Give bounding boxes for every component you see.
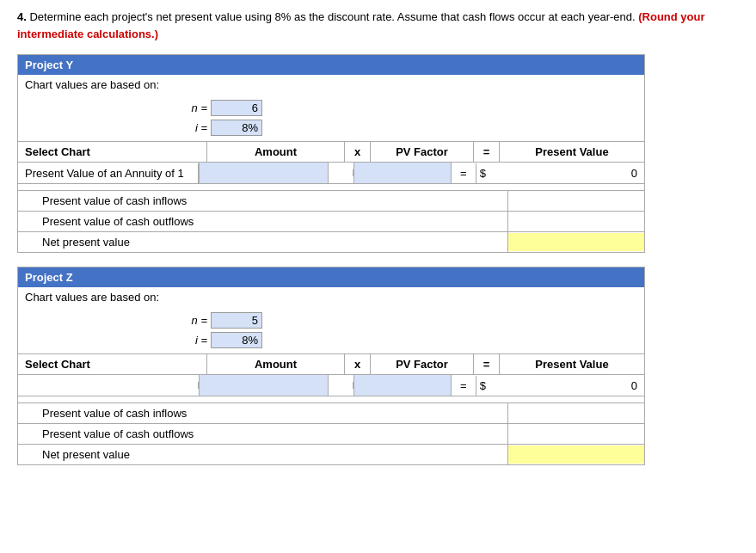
project-z-amount-cell	[199, 375, 329, 396]
project-z-spacer	[18, 396, 644, 402]
project-z-result-cell: $	[476, 378, 644, 393]
project-y-annuity-label: Present Value of an Annuity of 1	[18, 163, 199, 183]
project-z-n-row: n =	[173, 310, 644, 330]
project-z-n-input[interactable]	[211, 312, 262, 329]
project-z-col-eq-header: =	[474, 354, 500, 374]
project-z-col-select-header: Select Chart	[18, 354, 207, 374]
project-z-data-row: = $	[18, 374, 644, 396]
project-z-params: n = i =	[18, 307, 644, 353]
project-z-select-label	[18, 382, 199, 389]
project-z-result-input[interactable]	[489, 378, 641, 393]
project-z-pv-cell	[353, 375, 452, 396]
project-z-col-pv-factor-header: PV Factor	[371, 354, 474, 374]
project-y-net-pv-label: Net present value	[18, 232, 508, 252]
project-y-n-row: n =	[173, 98, 644, 118]
project-y-annuity-pv-cell	[353, 163, 452, 183]
project-z-cash-inflows-value	[508, 404, 644, 422]
project-y-col-pv-factor-header: PV Factor	[371, 142, 474, 162]
project-y-header: Project Y	[18, 55, 644, 75]
project-y-cash-inflows-label: Present value of cash inflows	[18, 191, 508, 211]
project-y-cash-outflows-row: Present value of cash outflows	[18, 211, 644, 231]
project-z-col-pv-header: Present Value	[500, 354, 644, 374]
project-z-i-label: i =	[173, 334, 207, 347]
project-z-cash-outflows-value	[508, 425, 644, 443]
project-z-i-row: i =	[173, 330, 644, 350]
project-y-chart-based: Chart values are based on:	[18, 75, 644, 95]
project-y-annuity-x	[329, 169, 353, 176]
question-body: Determine each project's net present val…	[29, 10, 638, 23]
project-z-cash-outflows-input[interactable]	[512, 427, 641, 441]
project-y-i-label: i =	[173, 121, 207, 134]
project-y-col-amount-header: Amount	[207, 142, 345, 162]
project-y-cash-inflows-row: Present value of cash inflows	[18, 190, 644, 211]
project-y-annuity-result-cell: $	[476, 166, 644, 181]
project-y-cash-outflows-value	[508, 212, 644, 230]
project-z-section: Project Z Chart values are based on: n =…	[17, 267, 645, 465]
project-y-annuity-amount-cell	[199, 163, 329, 183]
project-z-cash-outflows-label: Present value of cash outflows	[18, 424, 508, 444]
project-z-eq: =	[452, 376, 476, 396]
project-z-pv-input[interactable]	[353, 375, 451, 396]
project-z-col-amount-header: Amount	[207, 354, 345, 374]
project-z-i-input[interactable]	[211, 332, 262, 348]
project-z-col-x-header: x	[345, 354, 371, 374]
project-y-cash-inflows-value	[508, 192, 644, 210]
project-y-annuity-row: Present Value of an Annuity of 1 = $	[18, 162, 644, 183]
project-z-cash-inflows-input[interactable]	[512, 406, 641, 421]
project-y-n-input[interactable]	[211, 100, 262, 116]
project-z-x	[329, 382, 353, 389]
project-z-chart-based: Chart values are based on:	[18, 287, 644, 307]
project-y-col-x-header: x	[345, 142, 371, 162]
project-y-i-row: i =	[173, 118, 644, 138]
project-y-n-label: n =	[173, 101, 207, 114]
project-y-cash-outflows-input[interactable]	[512, 214, 641, 229]
project-y-net-pv-row: Net present value	[18, 231, 644, 252]
project-z-cash-outflows-row: Present value of cash outflows	[18, 423, 644, 444]
project-y-net-pv-input[interactable]	[512, 235, 641, 249]
project-z-net-pv-input[interactable]	[512, 447, 641, 462]
project-y-spacer	[18, 183, 644, 190]
project-y-cash-inflows-input[interactable]	[512, 194, 641, 208]
project-z-dollar: $	[480, 379, 486, 392]
project-y-annuity-dollar: $	[480, 167, 486, 180]
project-y-header-row: Select Chart Amount x PV Factor = Presen…	[18, 141, 644, 162]
project-y-col-pv-header: Present Value	[500, 142, 644, 162]
question-number: 4.	[17, 10, 27, 23]
project-y-net-pv-value	[508, 233, 644, 251]
project-y-cash-outflows-label: Present value of cash outflows	[18, 212, 508, 231]
project-z-header-row: Select Chart Amount x PV Factor = Presen…	[18, 353, 644, 374]
project-y-annuity-result-input[interactable]	[489, 166, 641, 181]
project-y-col-select-header: Select Chart	[18, 142, 207, 162]
project-z-n-label: n =	[173, 314, 207, 327]
project-z-cash-inflows-label: Present value of cash inflows	[18, 403, 508, 423]
project-z-header: Project Z	[18, 267, 644, 287]
project-z-net-pv-value	[508, 445, 644, 464]
project-z-amount-input[interactable]	[199, 375, 329, 396]
project-y-col-eq-header: =	[474, 142, 500, 162]
project-y-annuity-eq: =	[452, 163, 476, 183]
project-z-cash-inflows-row: Present value of cash inflows	[18, 402, 644, 423]
project-y-section: Project Y Chart values are based on: n =…	[17, 54, 645, 253]
project-y-annuity-amount-input[interactable]	[199, 163, 329, 183]
project-z-net-pv-row: Net present value	[18, 444, 644, 464]
project-y-params: n = i =	[18, 95, 644, 141]
project-y-i-input[interactable]	[211, 120, 262, 136]
question-text: 4. Determine each project's net present …	[17, 9, 739, 42]
project-y-annuity-pv-input[interactable]	[353, 163, 451, 183]
project-z-net-pv-label: Net present value	[18, 445, 508, 464]
